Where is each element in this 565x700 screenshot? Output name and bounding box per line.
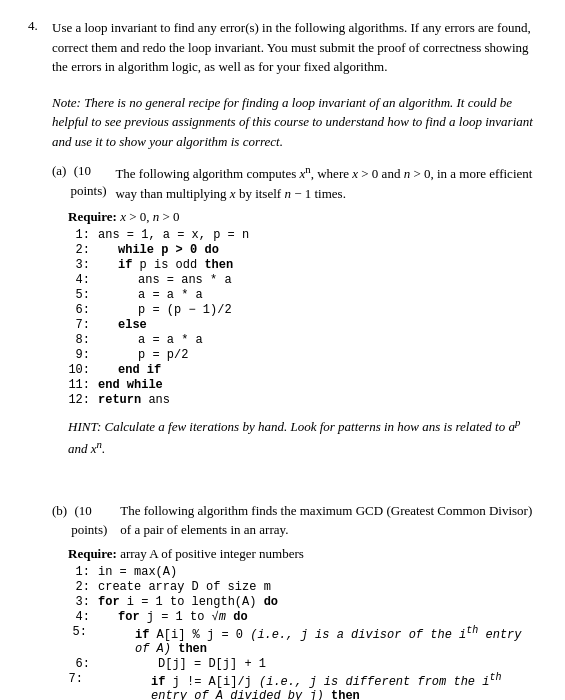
line-7: 7: else bbox=[68, 318, 537, 332]
b-line-1-content: in = max(A) bbox=[98, 565, 177, 579]
part-b: (b) (10 points) The following algorithm … bbox=[52, 501, 537, 700]
part-a-require: Require: x > 0, n > 0 1: ans = 1, a = x,… bbox=[68, 209, 537, 407]
line-5: 5: a = a * a bbox=[68, 288, 537, 302]
line-11: 11: end while bbox=[68, 378, 537, 392]
problem-intro: Use a loop invariant to find any error(s… bbox=[52, 18, 537, 77]
part-b-letter: (b) bbox=[52, 501, 67, 540]
line-8-content: a = a * a bbox=[98, 333, 203, 347]
part-a: (a) (10 points) The following algorithm … bbox=[52, 161, 537, 459]
b-line-6: 6: D[j] = D[j] + 1 bbox=[68, 657, 537, 671]
require-b-keyword: Require: bbox=[68, 546, 117, 561]
part-a-points: (10 points) bbox=[70, 161, 111, 203]
b-line-5: 5: if A[i] % j = 0 (i.e., j is a divisor… bbox=[68, 625, 537, 656]
line-10-content: end if bbox=[98, 363, 161, 377]
part-b-desc: The following algorithm finds the maximu… bbox=[120, 501, 537, 540]
line-1-content: ans = 1, a = x, p = n bbox=[98, 228, 249, 242]
line-12: 12: return ans bbox=[68, 393, 537, 407]
line-1: 1: ans = 1, a = x, p = n bbox=[68, 228, 537, 242]
note-text: Note: There is no general recipe for fin… bbox=[52, 93, 537, 152]
b-line-2: 2: create array D of size m bbox=[68, 580, 537, 594]
b-line-3-content: for i = 1 to length(A) do bbox=[98, 595, 278, 609]
b-line-4-content: for j = 1 to √m do bbox=[98, 610, 248, 624]
separator bbox=[28, 473, 537, 489]
problem-number-row: 4. Use a loop invariant to find any erro… bbox=[28, 18, 537, 85]
line-2-content: while p > 0 do bbox=[98, 243, 219, 257]
line-9: 9: p = p/2 bbox=[68, 348, 537, 362]
require-condition-b: array A of positive integer numbers bbox=[120, 546, 304, 561]
b-line-2-content: create array D of size m bbox=[98, 580, 271, 594]
part-a-desc: The following algorithm computes xn, whe… bbox=[115, 161, 537, 203]
line-9-content: p = p/2 bbox=[98, 348, 188, 362]
line-10: 10: end if bbox=[68, 363, 537, 377]
line-4: 4: ans = ans * a bbox=[68, 273, 537, 287]
b-line-5-content: if A[i] % j = 0 (i.e., j is a divisor of… bbox=[95, 625, 537, 656]
require-b-header: Require: array A of positive integer num… bbox=[68, 546, 537, 562]
line-3: 3: if p is odd then bbox=[68, 258, 537, 272]
line-7-content: else bbox=[98, 318, 147, 332]
line-12-content: return ans bbox=[98, 393, 170, 407]
part-a-label: (a) (10 points) The following algorithm … bbox=[52, 161, 537, 203]
line-3-content: if p is odd then bbox=[98, 258, 233, 272]
require-header: Require: x > 0, n > 0 bbox=[68, 209, 537, 225]
require-condition-a: x > 0, n > 0 bbox=[120, 209, 179, 224]
line-8: 8: a = a * a bbox=[68, 333, 537, 347]
line-4-content: ans = ans * a bbox=[98, 273, 232, 287]
require-keyword: Require: bbox=[68, 209, 117, 224]
b-line-7-content: if j != A[i]/j (i.e., j is different fro… bbox=[91, 672, 537, 700]
line-6-content: p = (p − 1)/2 bbox=[98, 303, 232, 317]
part-a-hint: HINT: Calculate a few iterations by hand… bbox=[68, 413, 537, 459]
algorithm-a-lines: 1: ans = 1, a = x, p = n 2: while p > 0 … bbox=[68, 228, 537, 407]
part-b-label: (b) (10 points) The following algorithm … bbox=[52, 501, 537, 540]
algorithm-b-lines: 1: in = max(A) 2: create array D of size… bbox=[68, 565, 537, 700]
line-5-content: a = a * a bbox=[98, 288, 203, 302]
line-6: 6: p = (p − 1)/2 bbox=[68, 303, 537, 317]
problem-container: 4. Use a loop invariant to find any erro… bbox=[28, 18, 537, 700]
b-line-7: 7: if j != A[i]/j (i.e., j is different … bbox=[68, 672, 537, 700]
part-b-require: Require: array A of positive integer num… bbox=[68, 546, 537, 700]
b-line-6-content: D[j] = D[j] + 1 bbox=[98, 657, 266, 671]
note-block: Note: There is no general recipe for fin… bbox=[52, 93, 537, 152]
line-11-content: end while bbox=[98, 378, 163, 392]
line-2: 2: while p > 0 do bbox=[68, 243, 537, 257]
b-line-1: 1: in = max(A) bbox=[68, 565, 537, 579]
part-a-letter: (a) bbox=[52, 161, 66, 203]
part-b-points: (10 points) bbox=[71, 501, 116, 540]
b-line-3: 3: for i = 1 to length(A) do bbox=[68, 595, 537, 609]
problem-number: 4. bbox=[28, 18, 46, 85]
b-line-4: 4: for j = 1 to √m do bbox=[68, 610, 537, 624]
